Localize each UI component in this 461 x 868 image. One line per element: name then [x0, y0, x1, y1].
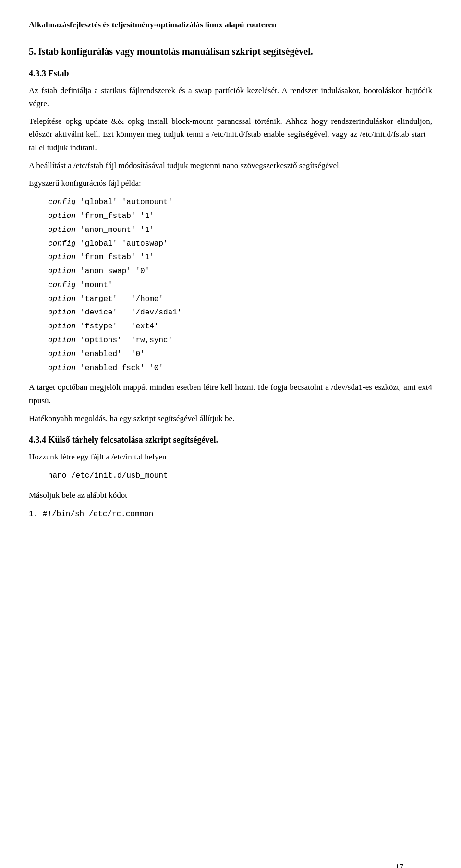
para-after-code-1: A target opcióban megjelölt mappát minde… — [29, 381, 432, 407]
numbered-code-line-1: 1. #!/bin/sh /etc/rc.common — [29, 507, 432, 521]
code-line-2: option 'from_fstab' '1' — [48, 209, 432, 223]
para-fstab-3: A beállítást a /etc/fstab fájl módosítás… — [29, 159, 432, 172]
nano-command: nano /etc/init.d/usb_mount — [48, 471, 168, 480]
para-fstab-4: Egyszerű konfigurációs fájl példa: — [29, 177, 432, 190]
code-line-1: config 'global' 'automount' — [48, 195, 432, 209]
subsection-433-heading: 4.3.3 Fstab — [29, 67, 432, 80]
code-line-6: option 'anon_swap' '0' — [48, 265, 432, 278]
fstab-code-block: config 'global' 'automount' option 'from… — [48, 195, 432, 375]
code-line-3: option 'anon_mount' '1' — [48, 223, 432, 237]
code-line-7: config 'mount' — [48, 278, 432, 292]
code-line-8: option 'target' '/home' — [48, 292, 432, 306]
inline-code-nano: nano /etc/init.d/usb_mount — [48, 469, 432, 483]
code-line-4: config 'global' 'autoswap' — [48, 237, 432, 251]
page-number: 17 — [395, 861, 403, 868]
para-fstab-2: Telepítése opkg update && opkg install b… — [29, 115, 432, 154]
section5-heading: 5. fstab konfigurálás vagy mountolás man… — [29, 44, 432, 59]
numbered-code-block: 1. #!/bin/sh /etc/rc.common — [29, 507, 432, 521]
subsection-434-heading: 4.3.4 Külső tárhely felcsatolása szkript… — [29, 434, 432, 446]
para-after-code-2: Hatékonyabb megoldás, ha egy szkript seg… — [29, 412, 432, 425]
code-line-13: option 'enabled_fsck' '0' — [48, 362, 432, 375]
code-line-5: option 'from_fstab' '1' — [48, 251, 432, 265]
code-line-10: option 'fstype' 'ext4' — [48, 320, 432, 334]
para-434-1: Hozzunk létre egy fájlt a /etc/init.d he… — [29, 450, 432, 463]
page-header: Alkalmazásfejlesztés és teljesítmény-opt… — [29, 19, 432, 31]
code-line-12: option 'enabled' '0' — [48, 348, 432, 362]
para-fstab-1: Az fstab definiálja a statikus fájlrends… — [29, 84, 432, 110]
para-434-2: Másoljuk bele az alábbi kódot — [29, 489, 432, 502]
code-line-11: option 'options' 'rw,sync' — [48, 334, 432, 348]
code-line-9: option 'device' '/dev/sda1' — [48, 306, 432, 320]
